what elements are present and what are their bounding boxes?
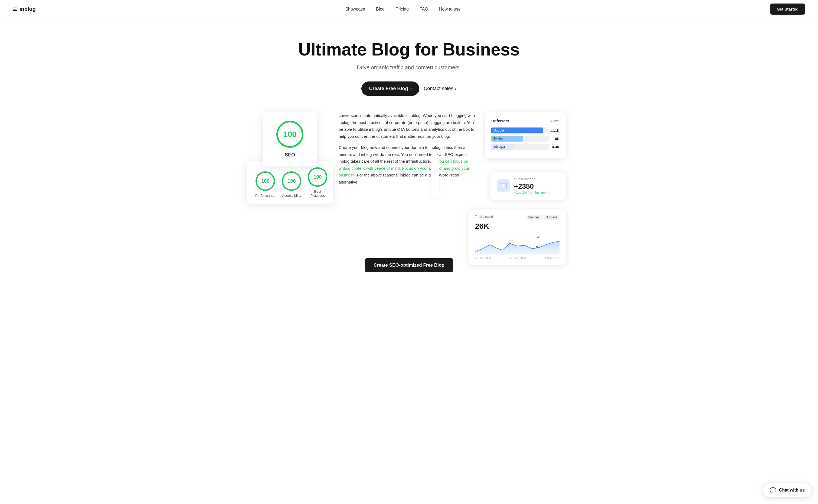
nav-how-to-use[interactable]: How to use <box>439 7 461 12</box>
get-started-button[interactable]: Get Started <box>770 4 805 15</box>
subscriptions-card: ✉️ Subscriptions +2350 +180.1% from last… <box>490 172 566 200</box>
chevron-right-icon: › <box>455 86 457 91</box>
accessibility-label: Accessibility <box>282 194 301 198</box>
seo-score-card: 100 SEO <box>263 112 317 166</box>
nav-faq[interactable]: FAQ <box>420 7 428 12</box>
paragraph-2: Create your blog now and connect your do… <box>339 144 479 185</box>
nav-links: Showcase Blog Pricing FAQ How to use <box>345 7 461 12</box>
contact-sales-label: Contact sales <box>424 86 453 91</box>
cta-link[interactable]: so you can focus on writing content with… <box>339 159 469 177</box>
referrer-twitter-bar-bg: Twitter <box>491 136 549 142</box>
referrer-google-bar-bg: Google <box>491 127 549 133</box>
referrer-inblog-bar: inblog.ai <box>491 144 514 150</box>
referrer-twitter-count: 6K <box>549 137 559 141</box>
referrers-card: Referrers Views Google 11.1K Twitter <box>485 112 566 158</box>
analytics-days-control[interactable]: 30 days <box>544 215 559 220</box>
metric-best-practices: 100 Best Practices <box>308 167 327 198</box>
accessibility-score-circle: 100 <box>282 171 301 191</box>
seo-score-value: 100 <box>283 130 297 139</box>
analytics-total: 26K <box>475 222 559 231</box>
analytics-chart: 398 <box>475 234 559 256</box>
referrer-google-bar: Google <box>491 127 543 133</box>
traffic-chart-card: 500 1,000 1,500 2,000 2,500 3,000 3,500 <box>431 154 439 198</box>
referrer-google-name: Google <box>493 129 504 132</box>
performance-score-value: 100 <box>261 178 269 184</box>
hero-section: Ultimate Blog for Business Drive organic… <box>0 18 818 112</box>
subscriptions-icon: ✉️ <box>497 179 510 192</box>
seo-label: SEO <box>274 152 306 158</box>
logo[interactable]: inblog <box>13 6 36 12</box>
referrer-inblog-row: inblog.ai 4.3K <box>491 144 559 150</box>
create-free-blog-label: Create Free Blog <box>369 86 408 91</box>
analytics-label: Total viewed <box>475 215 493 220</box>
referrer-inblog-bar-bg: inblog.ai <box>491 144 549 150</box>
referrer-inblog-name: inblog.ai <box>493 145 506 149</box>
contact-sales-button[interactable]: Contact sales › <box>424 86 456 91</box>
metrics-card: 100 Performance 100 Accessibility 100 Be… <box>247 161 333 204</box>
analytics-controls: Devices 30 days <box>526 215 559 220</box>
subscriptions-growth: +180.1% from last month <box>514 191 550 194</box>
referrers-title: Referrers <box>491 119 509 123</box>
analytics-date-1: 30 Jan, 2023 <box>475 257 491 260</box>
referrer-google-count: 11.1K <box>549 129 559 133</box>
paragraph-1: conversion is automatically available in… <box>339 112 479 140</box>
nav-pricing[interactable]: Pricing <box>395 7 409 12</box>
analytics-chart-area: 398 <box>475 234 559 256</box>
analytics-date-2: 11 Feb, 2023 <box>510 257 526 260</box>
analytics-card: Total viewed Devices 30 days 26K <box>469 210 566 265</box>
metrics-row: 100 Performance 100 Accessibility 100 Be… <box>255 167 325 198</box>
analytics-dates: 30 Jan, 2023 11 Feb, 2023 1 May, 2023 <box>475 257 559 260</box>
subscriptions-count: +2350 <box>514 182 550 191</box>
subscriptions-title: Subscriptions <box>514 177 550 181</box>
referrers-header: Referrers Views <box>491 119 559 123</box>
logo-icon <box>13 8 17 11</box>
referrer-google-row: Google 11.1K <box>491 127 559 133</box>
analytics-header: Total viewed Devices 30 days <box>475 215 559 220</box>
bottom-cta-section: Create SEO-optimized Free Blog <box>0 253 818 283</box>
referrer-inblog-bar-wrap: inblog.ai <box>491 144 549 150</box>
referrer-google-bar-wrap: Google <box>491 127 549 133</box>
referrer-twitter-name: Twitter <box>493 137 503 140</box>
logo-text: inblog <box>19 6 36 12</box>
svg-marker-11 <box>475 241 559 255</box>
seo-cta-button[interactable]: Create SEO-optimized Free Blog <box>365 258 453 272</box>
navbar: inblog Showcase Blog Pricing FAQ How to … <box>0 0 818 18</box>
svg-text:398: 398 <box>536 236 540 239</box>
best-practices-score-circle: 100 <box>308 167 327 187</box>
performance-label: Performance <box>255 194 275 198</box>
dashboard-section: 100 SEO 100 Performance 100 Accessibilit… <box>247 112 571 253</box>
analytics-devices-control[interactable]: Devices <box>526 215 542 220</box>
create-free-blog-button[interactable]: Create Free Blog › <box>361 81 419 96</box>
referrer-twitter-row: Twitter 6K <box>491 136 559 142</box>
arrow-icon: › <box>410 86 412 91</box>
subscriptions-info: Subscriptions +2350 +180.1% from last mo… <box>514 177 550 194</box>
referrers-views-label: Views <box>550 119 559 123</box>
svg-point-13 <box>536 246 538 248</box>
nav-showcase[interactable]: Showcase <box>345 7 365 12</box>
accessibility-score-value: 100 <box>287 178 296 184</box>
referrer-twitter-bar: Twitter <box>491 136 523 142</box>
metric-performance: 100 Performance <box>255 171 275 198</box>
seo-score-circle: 100 <box>276 121 303 148</box>
best-practices-label: Best Practices <box>308 189 327 198</box>
analytics-date-3: 1 May, 2023 <box>545 257 559 260</box>
main-content-text: conversion is automatically available in… <box>339 112 479 190</box>
referrer-twitter-bar-wrap: Twitter <box>491 136 549 142</box>
hero-subheadline: Drive organic traffic and convert custom… <box>13 64 805 71</box>
performance-score-circle: 100 <box>256 171 275 191</box>
metric-accessibility: 100 Accessibility <box>282 171 301 198</box>
hero-buttons: Create Free Blog › Contact sales › <box>13 81 805 96</box>
hero-headline: Ultimate Blog for Business <box>13 40 805 59</box>
best-practices-score-value: 100 <box>313 174 322 180</box>
referrer-inblog-count: 4.3K <box>549 145 559 149</box>
nav-blog[interactable]: Blog <box>376 7 385 12</box>
